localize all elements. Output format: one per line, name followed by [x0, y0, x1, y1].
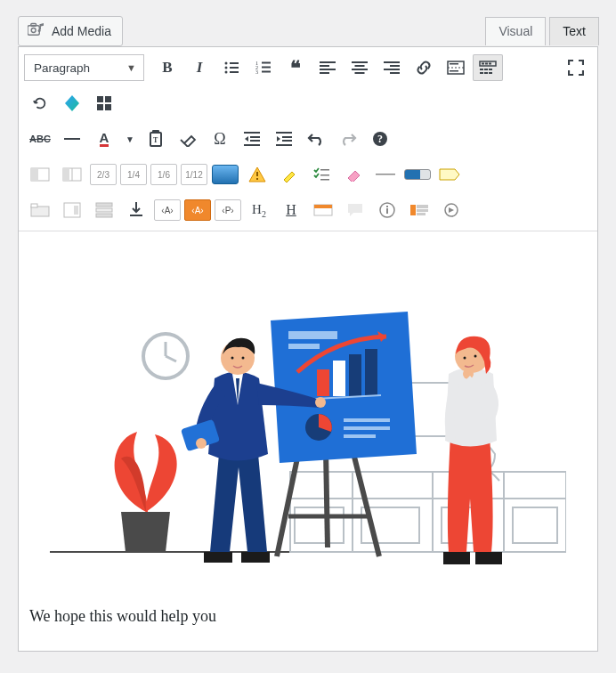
svg-rect-8 [230, 67, 239, 69]
embed-shortcode[interactable] [436, 197, 466, 223]
builder-button[interactable] [57, 90, 87, 117]
svg-point-4 [225, 62, 228, 65]
strikethrough-icon: ABC [29, 134, 51, 144]
svg-rect-68 [320, 169, 329, 171]
svg-rect-37 [484, 69, 488, 70]
svg-line-103 [166, 356, 176, 361]
outdent-button[interactable] [237, 126, 267, 152]
fullscreen-button[interactable] [561, 54, 591, 81]
svg-rect-55 [276, 132, 292, 134]
blockquote-button[interactable]: ❝ [280, 54, 311, 81]
alert-shortcode[interactable] [242, 161, 272, 188]
download-shortcode[interactable] [121, 197, 151, 223]
svg-rect-13 [262, 62, 271, 64]
note-shortcode[interactable] [308, 197, 338, 223]
col-1-1[interactable] [25, 161, 55, 188]
toggle-shortcode[interactable] [57, 197, 87, 223]
svg-rect-110 [288, 344, 320, 349]
italic-button[interactable]: I [184, 54, 215, 81]
code-a[interactable]: ‹A› [154, 199, 181, 221]
svg-rect-27 [390, 72, 400, 74]
undo-button[interactable] [301, 126, 331, 152]
svg-rect-25 [390, 65, 400, 67]
svg-line-107 [326, 450, 328, 547]
code-p[interactable]: ‹P› [215, 199, 241, 221]
bold-button[interactable]: B [152, 54, 182, 81]
redo-button[interactable] [333, 126, 363, 152]
tab-visual[interactable]: Visual [485, 17, 546, 45]
svg-rect-17 [320, 65, 329, 67]
horizontal-line-icon [64, 137, 80, 141]
indent-button[interactable] [269, 126, 299, 152]
svg-rect-40 [484, 72, 488, 74]
label-shortcode[interactable] [434, 161, 465, 188]
add-media-button[interactable]: Add Media [18, 16, 123, 46]
grid-button[interactable] [89, 90, 119, 117]
indent-icon [276, 132, 292, 146]
checklist-shortcode[interactable] [306, 161, 336, 188]
insert-more-button[interactable] [441, 54, 471, 81]
special-char-button[interactable]: Ω [205, 126, 235, 152]
paste-button[interactable]: T [141, 126, 171, 152]
fullscreen-icon [568, 60, 584, 76]
help-button[interactable]: ? [365, 126, 395, 152]
svg-rect-19 [320, 72, 329, 74]
chevron-down-icon: ▼ [126, 62, 136, 73]
col-2-3[interactable]: 2/3 [90, 164, 117, 185]
label-icon [439, 168, 460, 181]
svg-rect-79 [130, 215, 142, 216]
highlight-shortcode[interactable] [274, 161, 304, 188]
column-half-icon [62, 167, 82, 182]
text-color-button[interactable]: A [89, 126, 119, 152]
svg-rect-21 [355, 65, 365, 67]
underline-icon: H [286, 202, 296, 218]
content-paragraph[interactable]: We hope this would help you [26, 588, 590, 626]
accordion-shortcode[interactable] [89, 197, 119, 223]
column-full-icon [30, 167, 50, 182]
button-shortcode[interactable] [210, 161, 240, 188]
help-icon: ? [372, 131, 388, 147]
tab-text[interactable]: Text [549, 17, 599, 45]
align-left-button[interactable] [312, 54, 343, 81]
col-1-6[interactable]: 1/6 [150, 164, 177, 185]
align-center-button[interactable] [344, 54, 375, 81]
clear-format-button[interactable] [173, 126, 203, 152]
svg-rect-112 [333, 361, 345, 396]
refresh-button[interactable] [25, 90, 55, 117]
bold-icon: B [162, 59, 172, 77]
svg-rect-51 [244, 132, 260, 134]
clear-shortcode[interactable] [338, 161, 369, 188]
eraser-icon [179, 131, 197, 147]
underline2[interactable]: H [276, 197, 306, 223]
progress-shortcode[interactable] [402, 161, 433, 188]
svg-rect-41 [489, 72, 492, 74]
divider-icon [376, 173, 395, 176]
embed-icon [442, 202, 460, 218]
bulleted-list-button[interactable] [216, 54, 247, 81]
tabs-icon [30, 203, 50, 217]
toolbar-toggle-button[interactable] [473, 54, 503, 81]
col-1-12[interactable]: 1/12 [181, 164, 207, 185]
format-select[interactable]: Paragraph ▼ [24, 54, 144, 81]
svg-rect-109 [288, 331, 337, 339]
editor-content[interactable]: We hope this would help you [19, 231, 597, 651]
svg-rect-43 [105, 96, 111, 102]
svg-rect-70 [320, 179, 329, 181]
text-color-chevron[interactable]: ▼ [121, 126, 139, 152]
col-1-2[interactable] [57, 161, 87, 188]
horizontal-line-button[interactable] [57, 126, 87, 152]
strikethrough-button[interactable]: ABC [25, 126, 55, 152]
divider-shortcode[interactable] [370, 161, 401, 188]
info-shortcode[interactable] [372, 197, 402, 223]
columns-shortcode[interactable] [404, 197, 434, 223]
col-1-4[interactable]: 1/4 [120, 164, 147, 185]
svg-rect-33 [482, 63, 484, 65]
numbered-list-button[interactable]: 123 [248, 54, 279, 81]
presentation-illustration [50, 249, 566, 588]
heading2[interactable]: H2 [244, 197, 274, 223]
insert-link-button[interactable] [409, 54, 439, 81]
align-right-button[interactable] [377, 54, 407, 81]
chat-shortcode[interactable] [340, 197, 370, 223]
code-a-orange[interactable]: ‹A› [184, 199, 211, 221]
tabs-shortcode[interactable] [25, 197, 55, 223]
